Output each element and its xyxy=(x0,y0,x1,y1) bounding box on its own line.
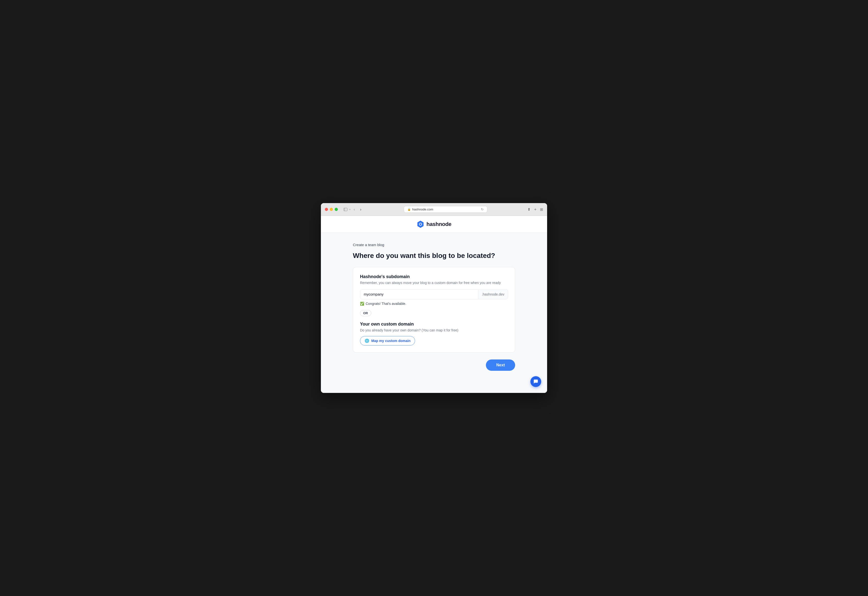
address-bar-container: 🔒 hashnode.com ↻ xyxy=(366,206,524,213)
address-bar[interactable]: 🔒 hashnode.com ↻ xyxy=(404,206,487,213)
globe-icon: 🌐 xyxy=(365,339,369,343)
site-header: hashnode xyxy=(321,216,547,233)
map-custom-domain-button[interactable]: 🌐 Map my custom domain xyxy=(360,336,415,345)
success-text: Congrats! That's available. xyxy=(366,302,406,305)
share-icon[interactable]: ⬆ xyxy=(527,207,531,212)
subdomain-title: Hashnode's subdomain xyxy=(360,274,508,279)
back-nav-button[interactable]: ‹ xyxy=(351,207,357,212)
custom-domain-title: Your own custom domain xyxy=(360,322,508,327)
browser-controls: ▾ ‹ › xyxy=(343,207,363,212)
location-card: Hashnode's subdomain Remember, you can a… xyxy=(353,267,515,353)
browser-titlebar: ▾ ‹ › 🔒 hashnode.com ↻ ⬆ + ⊞ xyxy=(321,203,547,216)
subdomain-description: Remember, you can always move your blog … xyxy=(360,281,508,285)
custom-domain-section: Your own custom domain Do you already ha… xyxy=(360,322,508,345)
main-content: Create a team blog Where do you want thi… xyxy=(348,233,520,381)
site-name: hashnode xyxy=(427,221,452,227)
fullscreen-button[interactable] xyxy=(335,208,338,211)
domain-suffix: .hashnode.dev xyxy=(478,290,508,299)
svg-point-3 xyxy=(420,223,421,225)
browser-window: ▾ ‹ › 🔒 hashnode.com ↻ ⬆ + ⊞ xyxy=(321,203,547,393)
subdomain-section: Hashnode's subdomain Remember, you can a… xyxy=(360,274,508,305)
url-text: hashnode.com xyxy=(412,208,433,211)
success-emoji: ✅ xyxy=(360,302,364,305)
or-divider: OR xyxy=(360,310,371,316)
hashnode-logo-icon xyxy=(416,220,424,228)
page-title: Where do you want this blog to be locate… xyxy=(353,252,515,260)
traffic-lights xyxy=(325,208,338,211)
chat-widget[interactable] xyxy=(530,376,541,387)
browser-content: hashnode Create a team blog Where do you… xyxy=(321,216,547,393)
page-subtitle: Create a team blog xyxy=(353,243,515,247)
next-button[interactable]: Next xyxy=(486,360,515,371)
hashnode-logo: hashnode xyxy=(416,220,452,228)
lock-icon: 🔒 xyxy=(407,208,411,211)
availability-success: ✅ Congrats! That's available. xyxy=(360,302,508,305)
svg-rect-0 xyxy=(344,208,347,211)
grid-view-icon[interactable]: ⊞ xyxy=(540,207,543,212)
next-row: Next xyxy=(353,360,515,371)
subdomain-input[interactable] xyxy=(360,289,478,299)
map-domain-label: Map my custom domain xyxy=(371,339,410,343)
custom-domain-description: Do you already have your own domain? (Yo… xyxy=(360,328,508,332)
refresh-icon[interactable]: ↻ xyxy=(481,208,484,211)
new-tab-icon[interactable]: + xyxy=(534,207,537,212)
forward-nav-button[interactable]: › xyxy=(358,207,363,212)
chat-icon xyxy=(533,379,539,384)
domain-input-row: .hashnode.dev xyxy=(360,289,508,299)
minimize-button[interactable] xyxy=(330,208,333,211)
browser-actions: ⬆ + ⊞ xyxy=(527,207,543,212)
sidebar-toggle-icon[interactable] xyxy=(343,207,348,212)
close-button[interactable] xyxy=(325,208,328,211)
